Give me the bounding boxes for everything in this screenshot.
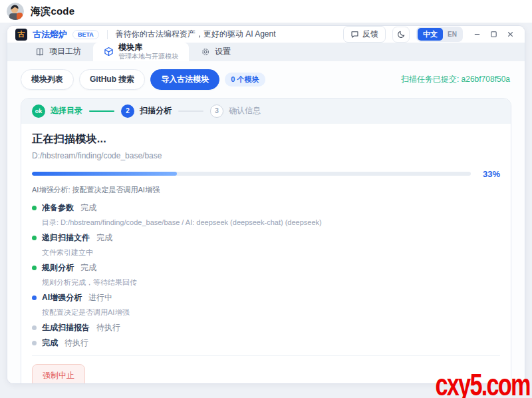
status-dot: [32, 341, 37, 345]
task-label: 规则分析: [42, 262, 74, 274]
stepper: ok 选择目录 2 扫描分析 3 确认信息: [21, 99, 511, 124]
task-status: 待执行: [96, 322, 120, 333]
watermark: cxy5.com: [436, 372, 530, 398]
github-search-tab[interactable]: GitHub 搜索: [79, 69, 145, 90]
dark-mode-button[interactable]: [392, 27, 410, 43]
titlebar-actions: 反馈 中文 EN: [343, 26, 517, 43]
task-label: 递归扫描文件: [42, 232, 90, 244]
progress-fill: [32, 172, 177, 176]
progress-percent: 33%: [479, 169, 500, 179]
scan-panel-body: 正在扫描模块... D:/hbstream/finding/code_base/…: [21, 124, 511, 385]
status-dot: [32, 296, 37, 300]
task-detail: 文件索引建立中: [42, 248, 500, 258]
tab-label: 设置: [215, 46, 231, 57]
tab-text: 模块库 管理本地与开源模块: [118, 43, 178, 61]
tab-label: 模块库: [118, 43, 178, 53]
task-detail: 规则分析完成，等待结果回传: [42, 278, 500, 288]
app-logo-icon: 古: [15, 29, 27, 41]
titlebar-divider: [107, 30, 108, 39]
minimize-button[interactable]: [473, 31, 481, 38]
status-dot: [32, 325, 37, 330]
task-label: AI增强分析: [42, 292, 82, 303]
task-item: 生成扫描报告 待执行: [32, 322, 500, 333]
maximize-button[interactable]: [490, 31, 497, 38]
task-status: 完成: [80, 202, 96, 214]
app-tagline: 善待你的古法编程资产，更好的驱动 AI Agent: [116, 29, 276, 40]
task-status: 完成: [80, 262, 96, 274]
task-item: AI增强分析 进行中: [32, 292, 500, 303]
tab-subtitle: 管理本地与开源模块: [118, 53, 178, 61]
progress-bar: [32, 172, 471, 176]
step-connector: [178, 110, 203, 112]
task-item: 递归扫描文件 完成: [32, 232, 500, 244]
moon-icon: [397, 30, 406, 39]
tab-module-library[interactable]: 模块库 管理本地与开源模块: [93, 43, 189, 61]
task-item: 完成 待执行: [32, 337, 500, 349]
package-icon: [104, 47, 114, 57]
task-status: 进行中: [88, 292, 112, 303]
logo-glyph: 古: [18, 29, 25, 39]
app-window: 古 古法熔炉 BETA 善待你的古法编程资产，更好的驱动 AI Agent 反馈…: [7, 25, 525, 384]
scan-title: 正在扫描模块...: [32, 132, 500, 146]
tab-label: 项目工坊: [49, 46, 81, 57]
step-label: 扫描分析: [140, 105, 172, 116]
content-area: 模块列表 GitHub 搜索 导入古法模块 0 个模块 扫描任务已提交: a26…: [7, 61, 525, 385]
step-label: 确认信息: [229, 105, 261, 116]
task-list: 准备参数 完成 目录: D:/hbstream/finding/code_bas…: [32, 202, 500, 349]
tab-settings[interactable]: 设置: [189, 43, 243, 61]
lang-option-en[interactable]: EN: [443, 29, 462, 39]
maximize-icon: [490, 31, 497, 38]
language-toggle[interactable]: 中文 EN: [416, 27, 463, 42]
feedback-label: 反馈: [362, 29, 378, 40]
task-status: 待执行: [65, 337, 88, 349]
profile-name: 海滨code: [31, 5, 74, 18]
step-label: 选择目录: [51, 105, 82, 116]
gear-icon: [201, 47, 210, 57]
abort-button[interactable]: 强制中止: [32, 364, 85, 385]
progress-row: 33%: [32, 169, 500, 179]
ai-enhance-note: AI增强分析: 按配置决定是否调用AI增强: [32, 185, 500, 195]
tabbar: 项目工坊 模块库 管理本地与开源模块 设置: [7, 43, 525, 61]
scan-panel: ok 选择目录 2 扫描分析 3 确认信息 正在扫描模块... D:/hbstr…: [21, 98, 511, 385]
step-connector: [89, 110, 114, 112]
step-scan-analysis: 2 扫描分析: [121, 104, 172, 118]
book-icon: [35, 47, 45, 57]
minimize-icon: [473, 31, 481, 38]
step-marker: 2: [121, 104, 134, 118]
avatar: [7, 3, 24, 20]
subtab-row: 模块列表 GitHub 搜索 导入古法模块 0 个模块 扫描任务已提交: a26…: [21, 69, 511, 90]
module-list-tab[interactable]: 模块列表: [21, 69, 74, 90]
feedback-button[interactable]: 反馈: [343, 26, 386, 43]
module-count-badge: 0 个模块: [225, 73, 265, 87]
step-confirm-info: 3 确认信息: [210, 104, 261, 118]
import-module-tab[interactable]: 导入古法模块: [150, 69, 219, 90]
step-marker: 3: [210, 104, 223, 118]
divider: [32, 355, 500, 356]
close-icon: [507, 31, 514, 38]
app-name: 古法熔炉: [33, 29, 67, 41]
close-button[interactable]: [507, 31, 514, 38]
avatar-image: [7, 3, 24, 20]
titlebar: 古 古法熔炉 BETA 善待你的古法编程资产，更好的驱动 AI Agent 反馈…: [7, 26, 525, 43]
step-marker: ok: [32, 104, 45, 118]
task-item: 规则分析 完成: [32, 262, 500, 274]
task-detail: 按配置决定是否调用AI增强: [42, 307, 500, 317]
task-status: 完成: [96, 232, 112, 244]
window-controls: [473, 31, 517, 38]
step-select-directory: ok 选择目录: [32, 104, 82, 118]
scan-task-submitted: 扫描任务已提交: a26bf708f50a: [401, 74, 511, 85]
status-dot: [32, 266, 37, 270]
status-dot: [32, 236, 37, 240]
task-label: 生成扫描报告: [42, 322, 90, 333]
profile-bar: 海滨code: [0, 0, 532, 23]
task-label: 准备参数: [42, 202, 74, 214]
tab-project-workshop[interactable]: 项目工坊: [23, 43, 93, 61]
task-label: 完成: [42, 337, 58, 349]
task-item: 准备参数 完成: [32, 202, 500, 214]
beta-badge: BETA: [72, 30, 99, 39]
scan-path: D:/hbstream/finding/code_base/base: [32, 151, 500, 160]
status-dot: [32, 206, 37, 210]
feedback-icon: [350, 30, 359, 39]
lang-option-zh[interactable]: 中文: [418, 28, 443, 41]
task-detail: 目录: D:/hbstream/finding/code_base/base /…: [42, 218, 500, 228]
